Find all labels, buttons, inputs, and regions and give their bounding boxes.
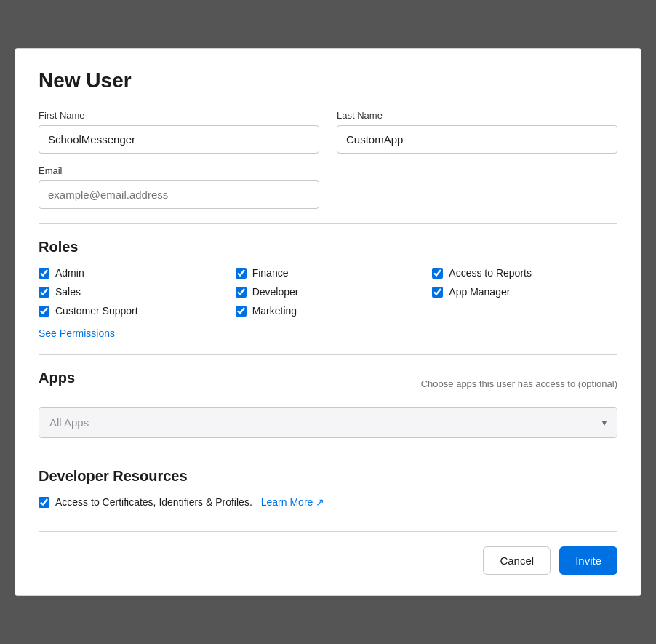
apps-section-header: Apps Choose apps this user has access to… [39, 370, 617, 398]
last-name-group: Last Name [337, 110, 617, 154]
role-marketing-checkbox[interactable] [236, 306, 247, 317]
role-finance-label: Finance [252, 267, 289, 279]
roles-title: Roles [39, 239, 617, 255]
divider-1 [39, 223, 617, 224]
role-customer-support-label: Customer Support [55, 305, 138, 317]
first-name-group: First Name [39, 110, 319, 154]
role-app-manager: App Manager [432, 286, 617, 298]
last-name-label: Last Name [337, 110, 617, 121]
roles-section: Roles Admin Finance Access to Reports Sa… [39, 239, 617, 340]
role-admin: Admin [39, 267, 224, 279]
first-name-label: First Name [39, 110, 319, 121]
dev-resources-label: Access to Certificates, Identifiers & Pr… [55, 496, 252, 508]
apps-select[interactable]: All Apps [39, 407, 617, 438]
name-row: First Name Last Name [39, 110, 617, 154]
role-customer-support: Customer Support [39, 305, 224, 317]
new-user-modal: New User First Name Last Name Email Role… [15, 48, 641, 596]
email-label: Email [39, 165, 319, 176]
apps-section: Apps Choose apps this user has access to… [39, 370, 617, 438]
role-admin-checkbox[interactable] [39, 268, 49, 279]
email-group: Email [39, 165, 319, 209]
role-developer-checkbox[interactable] [236, 287, 247, 298]
role-sales: Sales [39, 286, 224, 298]
role-access-reports-label: Access to Reports [449, 267, 532, 279]
first-name-input[interactable] [39, 125, 319, 154]
see-permissions-link[interactable]: See Permissions [39, 327, 115, 339]
apps-optional-text: Choose apps this user has access to (opt… [421, 378, 617, 389]
dev-resources-title: Developer Resources [39, 468, 617, 485]
dev-checkbox-row: Access to Certificates, Identifiers & Pr… [39, 496, 617, 508]
dev-resources-checkbox[interactable] [39, 497, 49, 508]
footer-buttons: Cancel Invite [39, 531, 617, 575]
divider-3 [39, 453, 617, 453]
last-name-input[interactable] [337, 125, 617, 154]
role-app-manager-checkbox[interactable] [432, 287, 443, 298]
role-marketing: Marketing [236, 305, 421, 317]
learn-more-link[interactable]: Learn More ↗ [261, 496, 324, 508]
role-access-reports: Access to Reports [432, 267, 617, 279]
email-row: Email [39, 165, 617, 209]
developer-resources-section: Developer Resources Access to Certificat… [39, 468, 617, 508]
role-sales-label: Sales [55, 286, 81, 298]
role-marketing-label: Marketing [252, 305, 297, 317]
role-admin-label: Admin [55, 267, 84, 279]
role-access-reports-checkbox[interactable] [432, 268, 443, 279]
cancel-button[interactable]: Cancel [483, 546, 551, 575]
invite-button[interactable]: Invite [559, 546, 617, 575]
role-app-manager-label: App Manager [449, 286, 510, 298]
roles-grid: Admin Finance Access to Reports Sales De… [39, 267, 617, 317]
role-finance: Finance [236, 267, 421, 279]
apps-title: Apps [39, 370, 75, 386]
role-developer-label: Developer [252, 286, 299, 298]
apps-select-wrapper: All Apps ▼ [39, 407, 617, 438]
role-customer-support-checkbox[interactable] [39, 306, 49, 317]
role-finance-checkbox[interactable] [236, 268, 247, 279]
divider-2 [39, 354, 617, 355]
page-title: New User [39, 69, 617, 92]
role-developer: Developer [236, 286, 421, 298]
email-input[interactable] [39, 180, 319, 209]
role-sales-checkbox[interactable] [39, 287, 49, 298]
